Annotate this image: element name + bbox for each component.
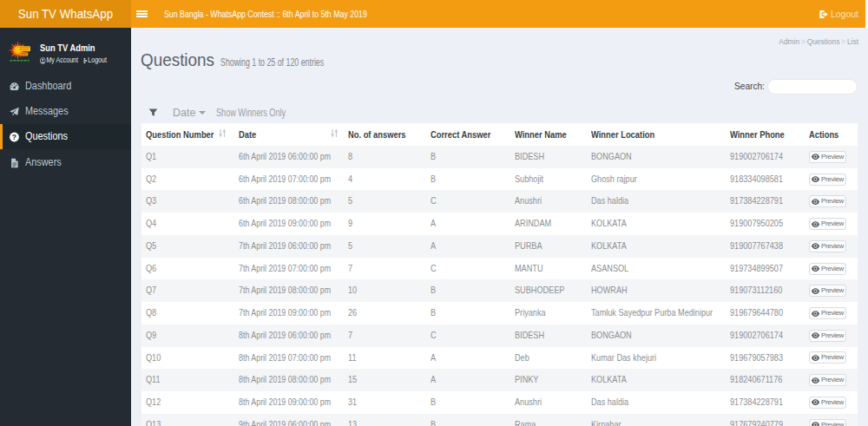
svg-text:?: ? — [12, 133, 16, 141]
